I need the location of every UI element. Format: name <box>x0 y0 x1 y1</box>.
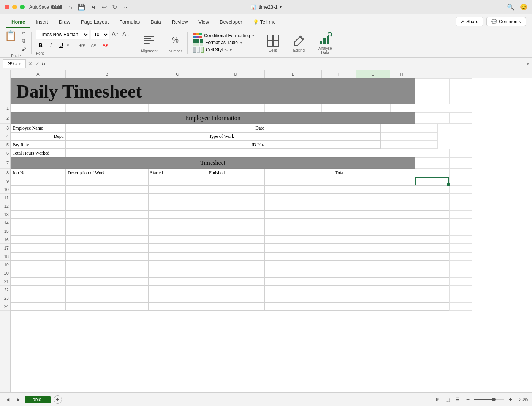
cell-a9[interactable] <box>11 177 66 185</box>
cell-row12-col3[interactable] <box>207 202 265 210</box>
confirm-formula-button[interactable]: ✓ <box>35 61 40 67</box>
cell-b6-span[interactable] <box>66 149 415 157</box>
cell-f1[interactable] <box>322 104 356 112</box>
formula-input[interactable] <box>48 59 524 68</box>
cell-h4[interactable] <box>415 132 438 141</box>
cell-e8-span[interactable]: Total <box>265 169 415 177</box>
file-chevron-icon[interactable]: ▾ <box>280 5 282 9</box>
cell-row13-col2[interactable] <box>148 210 207 219</box>
borders-button[interactable]: ⊞▾ <box>76 41 87 50</box>
cell-row23-col4[interactable] <box>265 294 415 302</box>
cell-d8[interactable]: Finished <box>207 169 265 177</box>
cell-row24-col4[interactable] <box>265 302 415 311</box>
timesheet-header-cell[interactable]: Timesheet <box>11 157 415 169</box>
cell-row24-col0[interactable] <box>11 302 66 311</box>
close-button[interactable] <box>5 5 10 9</box>
cell-row12-col4[interactable] <box>265 202 415 210</box>
cell-row16-col1[interactable] <box>66 235 148 244</box>
cell-row11-col5[interactable] <box>415 194 449 202</box>
cell-row10-col5[interactable] <box>415 185 449 194</box>
cell-g2[interactable] <box>415 112 449 124</box>
cell-row17-col1[interactable] <box>66 244 148 252</box>
col-header-b[interactable]: B <box>66 70 148 78</box>
cell-row18-col1[interactable] <box>66 252 148 261</box>
cell-row24-col5[interactable] <box>415 302 449 311</box>
cell-b1[interactable] <box>66 104 148 112</box>
cell-row10-col4[interactable] <box>265 185 415 194</box>
profile-icon[interactable]: 😊 <box>520 3 527 11</box>
cell-row19-col1[interactable] <box>66 261 148 269</box>
cell-g3[interactable] <box>381 124 415 132</box>
zoom-out-button[interactable]: − <box>464 396 472 403</box>
cell-styles-button[interactable]: Cell Styles ▾ <box>193 47 254 53</box>
tab-page-layout[interactable]: Page Layout <box>76 17 114 28</box>
prev-sheet-button[interactable]: ◀ <box>4 396 11 403</box>
cell-row23-col1[interactable] <box>66 294 148 302</box>
cell-row20-col6[interactable] <box>449 269 472 277</box>
cell-row22-col2[interactable] <box>148 286 207 294</box>
format-as-table-button[interactable]: Format as Table ▾ <box>193 39 254 46</box>
cell-row19-col4[interactable] <box>265 261 415 269</box>
italic-button[interactable]: I <box>46 41 55 50</box>
cell-row13-col3[interactable] <box>207 210 265 219</box>
cell-a8[interactable]: Job No. <box>11 169 66 177</box>
cell-b4-span[interactable] <box>66 132 207 141</box>
cell-row22-col1[interactable] <box>66 286 148 294</box>
cell-row21-col5[interactable] <box>415 277 449 286</box>
cell-e9-span[interactable] <box>265 177 415 185</box>
cell-row10-col3[interactable] <box>207 185 265 194</box>
employee-info-header-cell[interactable]: Employee Information <box>11 112 415 124</box>
cell-a6[interactable]: Total Hours Worked <box>11 149 66 157</box>
font-family-select[interactable]: Times New Roman <box>36 30 89 39</box>
cell-row10-col1[interactable] <box>66 185 148 194</box>
minimize-button[interactable] <box>12 5 17 9</box>
cell-row13-col5[interactable] <box>415 210 449 219</box>
cell-g7[interactable] <box>415 157 449 169</box>
sheet-tab-table1[interactable]: Table 1 <box>25 396 51 403</box>
zoom-in-button[interactable]: + <box>507 396 514 403</box>
col-header-h[interactable]: H <box>390 70 413 78</box>
cell-row12-col5[interactable] <box>415 202 449 210</box>
cell-row17-col5[interactable] <box>415 244 449 252</box>
cell-b8[interactable]: Description of Work <box>66 169 148 177</box>
cell-row14-col6[interactable] <box>449 219 472 227</box>
cell-row17-col2[interactable] <box>148 244 207 252</box>
cut-button[interactable]: ✂ <box>19 29 28 36</box>
share-button[interactable]: ↗ Share <box>456 17 483 26</box>
cell-row10-col6[interactable] <box>449 185 472 194</box>
cell-row18-col6[interactable] <box>449 252 472 261</box>
cell-h6[interactable] <box>449 149 472 157</box>
cell-row13-col4[interactable] <box>265 210 415 219</box>
cell-row15-col1[interactable] <box>66 227 148 235</box>
normal-view-button[interactable]: ⊞ <box>434 395 442 404</box>
cell-row17-col0[interactable] <box>11 244 66 252</box>
cell-row20-col3[interactable] <box>207 269 265 277</box>
redo-icon[interactable]: ↻ <box>112 3 117 11</box>
cell-g9-selected[interactable] <box>415 177 449 185</box>
cell-row22-col5[interactable] <box>415 286 449 294</box>
cell-row19-col0[interactable] <box>11 261 66 269</box>
cell-row20-col5[interactable] <box>415 269 449 277</box>
tab-tell-me[interactable]: 💡 Tell me <box>248 17 281 28</box>
cell-row17-col4[interactable] <box>265 244 415 252</box>
cell-h9[interactable] <box>449 177 472 185</box>
cell-row24-col3[interactable] <box>207 302 265 311</box>
cell-row22-col0[interactable] <box>11 286 66 294</box>
cell-h7[interactable] <box>449 157 472 169</box>
zoom-slider[interactable] <box>474 399 504 400</box>
cell-row18-col4[interactable] <box>265 252 415 261</box>
cell-row23-col0[interactable] <box>11 294 66 302</box>
cell-row24-col2[interactable] <box>148 302 207 311</box>
cell-row14-col3[interactable] <box>207 219 265 227</box>
cell-row15-col3[interactable] <box>207 227 265 235</box>
cell-row21-col2[interactable] <box>148 277 207 286</box>
cell-row11-col3[interactable] <box>207 194 265 202</box>
font-color-button[interactable]: A▾ <box>100 41 111 50</box>
comments-button[interactable]: 💬 Comments <box>486 17 526 26</box>
cell-c9[interactable] <box>148 177 207 185</box>
cell-row23-col6[interactable] <box>449 294 472 302</box>
cell-row23-col2[interactable] <box>148 294 207 302</box>
cell-row16-col6[interactable] <box>449 235 472 244</box>
cell-a3[interactable]: Employee Name <box>11 124 66 132</box>
insert-function-button[interactable]: fx <box>42 61 46 66</box>
